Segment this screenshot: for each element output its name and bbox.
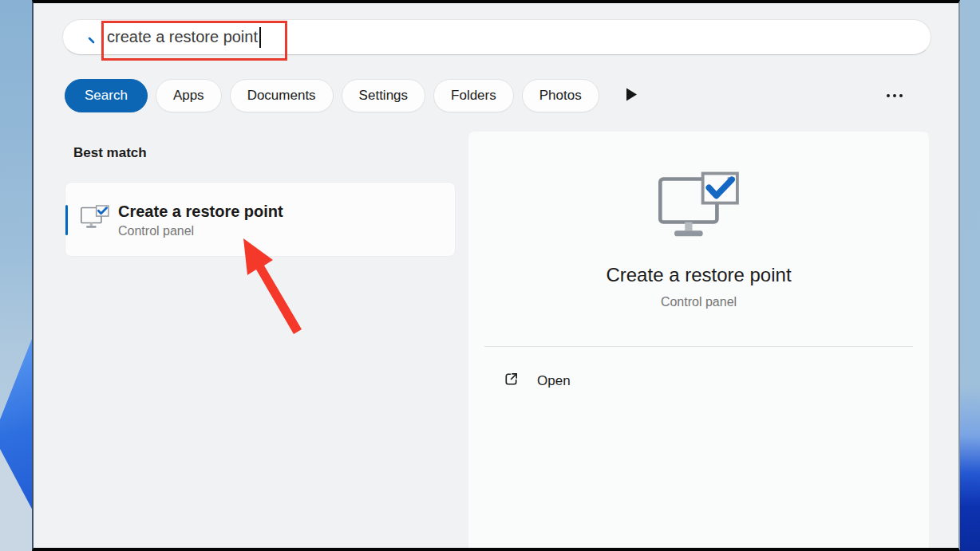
tab-search[interactable]: Search	[65, 79, 148, 112]
open-action-label: Open	[537, 373, 571, 389]
open-external-icon	[503, 371, 520, 391]
ellipsis-icon	[887, 94, 890, 97]
search-icon	[77, 26, 97, 49]
preview-panel: Create a restore point Control panel Ope…	[468, 132, 929, 548]
preview-subtitle: Control panel	[468, 295, 929, 309]
tab-documents[interactable]: Documents	[230, 79, 334, 112]
selection-indicator	[65, 205, 68, 235]
divider	[484, 346, 913, 347]
annotation-highlight-box	[101, 21, 287, 61]
play-icon	[626, 88, 637, 104]
tab-apps[interactable]: Apps	[156, 79, 222, 112]
desktop-wallpaper-right	[960, 0, 980, 551]
system-restore-icon	[81, 205, 109, 234]
section-heading-best-match: Best match	[73, 145, 147, 161]
overflow-menu-button[interactable]	[877, 79, 912, 112]
desktop-wallpaper-left	[0, 0, 32, 551]
windows-search-flyout: create a restore point Search Apps Docum…	[32, 0, 960, 551]
tab-settings[interactable]: Settings	[342, 79, 425, 112]
search-filter-tabs: Search Apps Documents Settings Folders P…	[65, 79, 637, 112]
best-match-result[interactable]: Create a restore point Control panel	[65, 182, 456, 257]
tab-photos[interactable]: Photos	[522, 79, 599, 112]
screenshot-root: create a restore point Search Apps Docum…	[0, 0, 980, 551]
result-subtitle: Control panel	[118, 224, 283, 238]
open-action[interactable]: Open	[503, 371, 929, 391]
more-filters-button[interactable]	[626, 88, 637, 104]
system-restore-icon-large	[468, 171, 929, 246]
tab-folders[interactable]: Folders	[433, 79, 514, 112]
preview-title: Create a restore point	[468, 264, 929, 286]
result-title: Create a restore point	[118, 201, 283, 222]
